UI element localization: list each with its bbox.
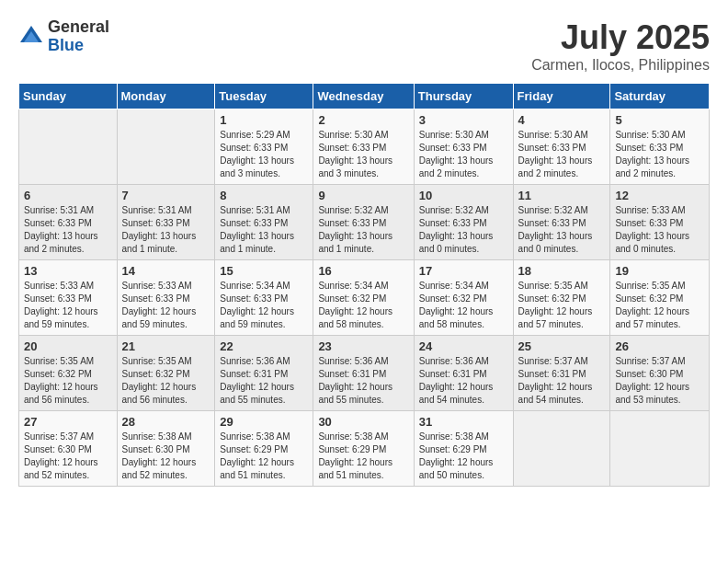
day-info: Sunrise: 5:35 AM Sunset: 6:32 PM Dayligh… <box>24 355 112 407</box>
calendar-cell: 24Sunrise: 5:36 AM Sunset: 6:31 PM Dayli… <box>414 336 513 411</box>
calendar-cell: 12Sunrise: 5:33 AM Sunset: 6:33 PM Dayli… <box>610 185 710 260</box>
calendar-week-row: 6Sunrise: 5:31 AM Sunset: 6:33 PM Daylig… <box>19 185 710 260</box>
calendar-week-row: 20Sunrise: 5:35 AM Sunset: 6:32 PM Dayli… <box>19 336 710 411</box>
calendar-cell <box>610 411 710 487</box>
day-info: Sunrise: 5:34 AM Sunset: 6:32 PM Dayligh… <box>419 280 508 331</box>
day-info: Sunrise: 5:33 AM Sunset: 6:33 PM Dayligh… <box>615 204 704 256</box>
day-number: 20 <box>24 339 112 353</box>
calendar-cell: 2Sunrise: 5:30 AM Sunset: 6:33 PM Daylig… <box>313 109 414 185</box>
day-info: Sunrise: 5:35 AM Sunset: 6:32 PM Dayligh… <box>615 280 704 331</box>
calendar-cell: 19Sunrise: 5:35 AM Sunset: 6:32 PM Dayli… <box>610 260 710 336</box>
day-info: Sunrise: 5:31 AM Sunset: 6:33 PM Dayligh… <box>122 204 210 256</box>
day-number: 24 <box>419 339 508 353</box>
day-info: Sunrise: 5:31 AM Sunset: 6:33 PM Dayligh… <box>220 204 308 256</box>
calendar-cell: 26Sunrise: 5:37 AM Sunset: 6:30 PM Dayli… <box>610 336 710 411</box>
calendar-week-row: 27Sunrise: 5:37 AM Sunset: 6:30 PM Dayli… <box>19 411 710 487</box>
day-info: Sunrise: 5:38 AM Sunset: 6:29 PM Dayligh… <box>220 431 308 482</box>
day-number: 30 <box>318 415 408 429</box>
calendar-cell: 9Sunrise: 5:32 AM Sunset: 6:33 PM Daylig… <box>313 185 414 260</box>
calendar-cell <box>117 109 215 185</box>
logo-text: General Blue <box>48 18 109 55</box>
calendar-cell: 4Sunrise: 5:30 AM Sunset: 6:33 PM Daylig… <box>513 109 610 185</box>
calendar-cell: 15Sunrise: 5:34 AM Sunset: 6:33 PM Dayli… <box>215 260 313 336</box>
calendar-cell <box>19 109 118 185</box>
day-info: Sunrise: 5:36 AM Sunset: 6:31 PM Dayligh… <box>318 355 408 407</box>
calendar-cell: 30Sunrise: 5:38 AM Sunset: 6:29 PM Dayli… <box>313 411 414 487</box>
weekday-header-row: SundayMondayTuesdayWednesdayThursdayFrid… <box>19 84 710 109</box>
day-info: Sunrise: 5:33 AM Sunset: 6:33 PM Dayligh… <box>24 280 112 331</box>
calendar-cell: 1Sunrise: 5:29 AM Sunset: 6:33 PM Daylig… <box>215 109 313 185</box>
day-info: Sunrise: 5:30 AM Sunset: 6:33 PM Dayligh… <box>419 129 508 180</box>
day-info: Sunrise: 5:32 AM Sunset: 6:33 PM Dayligh… <box>318 204 408 256</box>
weekday-header: Sunday <box>19 84 118 109</box>
day-number: 1 <box>220 113 308 127</box>
day-number: 13 <box>24 264 112 278</box>
day-number: 23 <box>318 339 408 353</box>
day-info: Sunrise: 5:35 AM Sunset: 6:32 PM Dayligh… <box>122 355 210 407</box>
page-header: General Blue July 2025 Carmen, Ilocos, P… <box>18 18 710 74</box>
calendar-cell: 28Sunrise: 5:38 AM Sunset: 6:30 PM Dayli… <box>117 411 215 487</box>
day-number: 17 <box>419 264 508 278</box>
day-number: 8 <box>220 189 308 202</box>
day-info: Sunrise: 5:34 AM Sunset: 6:33 PM Dayligh… <box>220 280 308 331</box>
calendar-cell: 17Sunrise: 5:34 AM Sunset: 6:32 PM Dayli… <box>414 260 513 336</box>
day-info: Sunrise: 5:31 AM Sunset: 6:33 PM Dayligh… <box>24 204 112 256</box>
day-number: 11 <box>518 189 606 202</box>
weekday-header: Thursday <box>414 84 513 109</box>
day-number: 3 <box>419 113 508 127</box>
day-number: 19 <box>615 264 704 278</box>
day-info: Sunrise: 5:38 AM Sunset: 6:30 PM Dayligh… <box>122 431 210 482</box>
day-info: Sunrise: 5:36 AM Sunset: 6:31 PM Dayligh… <box>419 355 508 407</box>
day-number: 16 <box>318 264 408 278</box>
day-info: Sunrise: 5:37 AM Sunset: 6:31 PM Dayligh… <box>518 355 606 407</box>
calendar-cell: 18Sunrise: 5:35 AM Sunset: 6:32 PM Dayli… <box>513 260 610 336</box>
weekday-header: Tuesday <box>215 84 313 109</box>
month-title: July 2025 <box>531 18 710 57</box>
calendar-cell: 20Sunrise: 5:35 AM Sunset: 6:32 PM Dayli… <box>19 336 118 411</box>
day-info: Sunrise: 5:35 AM Sunset: 6:32 PM Dayligh… <box>518 280 606 331</box>
calendar-cell: 21Sunrise: 5:35 AM Sunset: 6:32 PM Dayli… <box>117 336 215 411</box>
calendar-cell: 5Sunrise: 5:30 AM Sunset: 6:33 PM Daylig… <box>610 109 710 185</box>
title-block: July 2025 Carmen, Ilocos, Philippines <box>531 18 710 74</box>
calendar-cell: 23Sunrise: 5:36 AM Sunset: 6:31 PM Dayli… <box>313 336 414 411</box>
day-number: 27 <box>24 415 112 429</box>
day-number: 6 <box>24 189 112 202</box>
calendar-cell: 31Sunrise: 5:38 AM Sunset: 6:29 PM Dayli… <box>414 411 513 487</box>
weekday-header: Wednesday <box>313 84 414 109</box>
day-info: Sunrise: 5:30 AM Sunset: 6:33 PM Dayligh… <box>518 129 606 180</box>
day-info: Sunrise: 5:34 AM Sunset: 6:32 PM Dayligh… <box>318 280 408 331</box>
day-number: 29 <box>220 415 308 429</box>
day-number: 7 <box>122 189 210 202</box>
day-number: 2 <box>318 113 408 127</box>
calendar-cell: 16Sunrise: 5:34 AM Sunset: 6:32 PM Dayli… <box>313 260 414 336</box>
day-number: 26 <box>615 339 704 353</box>
weekday-header: Friday <box>513 84 610 109</box>
logo-blue: Blue <box>48 37 109 55</box>
day-info: Sunrise: 5:37 AM Sunset: 6:30 PM Dayligh… <box>24 431 112 482</box>
day-number: 31 <box>419 415 508 429</box>
day-info: Sunrise: 5:33 AM Sunset: 6:33 PM Dayligh… <box>122 280 210 331</box>
day-info: Sunrise: 5:29 AM Sunset: 6:33 PM Dayligh… <box>220 129 308 180</box>
day-info: Sunrise: 5:30 AM Sunset: 6:33 PM Dayligh… <box>615 129 704 180</box>
calendar-table: SundayMondayTuesdayWednesdayThursdayFrid… <box>18 83 710 487</box>
day-info: Sunrise: 5:37 AM Sunset: 6:30 PM Dayligh… <box>615 355 704 407</box>
day-number: 15 <box>220 264 308 278</box>
calendar-cell: 14Sunrise: 5:33 AM Sunset: 6:33 PM Dayli… <box>117 260 215 336</box>
weekday-header: Monday <box>117 84 215 109</box>
calendar-cell: 27Sunrise: 5:37 AM Sunset: 6:30 PM Dayli… <box>19 411 118 487</box>
calendar-cell: 8Sunrise: 5:31 AM Sunset: 6:33 PM Daylig… <box>215 185 313 260</box>
location-title: Carmen, Ilocos, Philippines <box>531 57 710 74</box>
weekday-header: Saturday <box>610 84 710 109</box>
day-info: Sunrise: 5:38 AM Sunset: 6:29 PM Dayligh… <box>318 431 408 482</box>
day-number: 5 <box>615 113 704 127</box>
day-number: 14 <box>122 264 210 278</box>
day-number: 9 <box>318 189 408 202</box>
day-number: 18 <box>518 264 606 278</box>
calendar-cell: 10Sunrise: 5:32 AM Sunset: 6:33 PM Dayli… <box>414 185 513 260</box>
day-info: Sunrise: 5:32 AM Sunset: 6:33 PM Dayligh… <box>419 204 508 256</box>
calendar-cell <box>513 411 610 487</box>
calendar-cell: 13Sunrise: 5:33 AM Sunset: 6:33 PM Dayli… <box>19 260 118 336</box>
day-number: 21 <box>122 339 210 353</box>
day-number: 12 <box>615 189 704 202</box>
day-info: Sunrise: 5:32 AM Sunset: 6:33 PM Dayligh… <box>518 204 606 256</box>
